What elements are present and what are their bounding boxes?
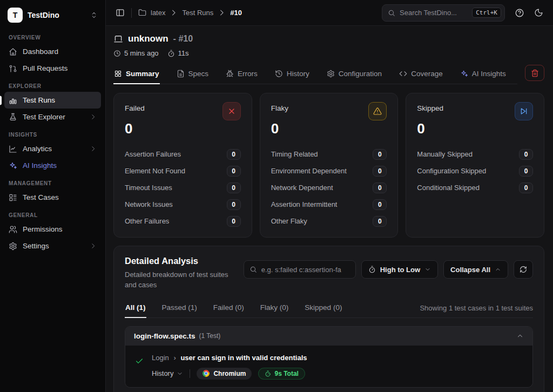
filter-tab-failed[interactable]: Failed (0) <box>213 299 245 318</box>
grid-icon <box>114 70 122 78</box>
app-logo: T <box>8 8 23 23</box>
global-search[interactable]: Ctrl+K <box>382 4 505 22</box>
run-duration: 11s <box>167 49 189 57</box>
delete-run-button[interactable] <box>525 65 544 81</box>
time-ago-text: 5 mins ago <box>124 49 159 57</box>
sidebar-toggle-button[interactable] <box>116 8 125 17</box>
chevron-right-icon <box>90 145 97 152</box>
detailed-analysis-title: Detailed Analysis <box>125 256 235 266</box>
history-dropdown[interactable]: History <box>152 369 183 377</box>
help-button[interactable] <box>515 8 524 18</box>
card-head: Flaky <box>271 102 387 120</box>
tab-ai-insights[interactable]: AI Insights <box>460 65 507 84</box>
timer-icon <box>167 50 175 57</box>
card-row: Other Flaky 0 <box>271 213 387 229</box>
row-label: Other Failures <box>125 217 169 225</box>
breadcrumb-project[interactable]: latex <box>151 9 165 17</box>
card-rows: Assertion Failures 0 Element Not Found 0… <box>125 146 241 229</box>
chevron-right-icon <box>90 113 97 120</box>
search-icon <box>388 9 395 17</box>
bug-icon <box>226 70 234 78</box>
sidebar-item-analytics[interactable]: Analytics <box>4 140 101 157</box>
filter-tab-passed[interactable]: Passed (1) <box>161 299 198 318</box>
section-label-insights: Insights <box>4 125 101 140</box>
duration-value: 9s Total <box>274 370 298 377</box>
row-value-badge: 0 <box>373 166 387 177</box>
row-value-badge: 0 <box>373 149 387 160</box>
tab-summary[interactable]: Summary <box>113 65 160 84</box>
breadcrumb-section[interactable]: Test Runs <box>182 9 213 17</box>
section-label-explorer: Explorer <box>4 77 101 92</box>
line-chart-icon <box>9 145 17 153</box>
meta-divider <box>190 369 190 378</box>
analysis-search[interactable] <box>244 260 356 279</box>
code-icon <box>399 70 407 78</box>
global-search-input[interactable] <box>400 9 468 17</box>
history-icon <box>275 70 283 78</box>
sparkles-icon <box>460 70 468 78</box>
duration-badge: 9s Total <box>258 368 305 380</box>
tab-label: Errors <box>238 70 258 78</box>
chromium-icon <box>203 370 210 377</box>
filter-tab-all[interactable]: All (1) <box>125 299 146 318</box>
tabs-row: Summary Specs Errors History <box>113 65 544 84</box>
tab-errors[interactable]: Errors <box>225 65 258 84</box>
analysis-search-input[interactable] <box>261 266 350 274</box>
test-row[interactable]: Login › user can sign in with valid cred… <box>125 346 532 387</box>
org-switcher[interactable]: T TestDino <box>4 5 101 28</box>
row-value-badge: 0 <box>519 183 533 193</box>
suite-header[interactable]: login-flow.spec.ts (1 Test) <box>125 327 532 346</box>
search-icon <box>249 266 257 273</box>
row-label: Other Flaky <box>271 217 307 225</box>
card-title: Skipped <box>417 102 443 112</box>
card-row: Other Failures 0 <box>125 213 241 229</box>
row-value-badge: 0 <box>227 166 241 177</box>
filter-tab-skipped[interactable]: Skipped (0) <box>304 299 342 318</box>
tab-label: History <box>287 70 309 78</box>
sidebar-item-ai-insights[interactable]: AI Insights <box>4 157 101 174</box>
sidebar-item-permissions[interactable]: Permissions <box>4 221 101 238</box>
row-label: Network Issues <box>125 200 173 208</box>
theme-toggle-button[interactable] <box>534 8 543 17</box>
row-label: Conditional Skipped <box>417 184 480 192</box>
sidebar-item-pull-requests[interactable]: Pull Requests <box>4 60 101 77</box>
summary-cards: Failed 0 Assertion Failures 0 Element No… <box>113 93 544 238</box>
tab-history[interactable]: History <box>274 65 310 84</box>
sidebar-item-settings[interactable]: Settings <box>4 238 101 254</box>
refresh-button[interactable] <box>514 260 533 279</box>
sort-dropdown[interactable]: High to Low <box>361 260 438 279</box>
sidebar-item-test-cases[interactable]: Test Cases <box>4 189 101 206</box>
skip-forward-icon <box>520 107 528 116</box>
browser-badge: Chromium <box>197 368 252 380</box>
tab-specs[interactable]: Specs <box>176 65 210 84</box>
row-label: Network Dependent <box>271 184 333 192</box>
sidebar-item-test-runs[interactable]: Test Runs <box>4 92 101 109</box>
chevron-up-icon <box>495 266 501 273</box>
moon-icon <box>534 8 543 17</box>
sort-label: High to Low <box>380 266 420 274</box>
test-row-content: Login › user can sign in with valid cred… <box>152 353 307 380</box>
sidebar-item-label: Dashboard <box>23 48 58 56</box>
run-title-row: unknown - #10 <box>113 33 544 44</box>
shortcut-badge: Ctrl+K <box>472 8 501 18</box>
timer-icon <box>368 266 376 273</box>
tab-configuration[interactable]: Configuration <box>326 65 382 84</box>
card-row: Configuration Skipped 0 <box>417 163 533 179</box>
laptop-icon <box>113 34 123 44</box>
card-title: Failed <box>125 102 145 112</box>
card-head: Skipped <box>417 102 533 120</box>
card-row: Assertion Intermittent 0 <box>271 196 387 213</box>
clock-icon <box>113 50 121 57</box>
run-tabs: Summary Specs Errors History <box>113 65 517 84</box>
card-rows: Manually Skipped 0 Configuration Skipped… <box>417 146 533 196</box>
tab-coverage[interactable]: Coverage <box>399 65 443 84</box>
row-value-badge: 0 <box>373 199 387 210</box>
collapse-all-button[interactable]: Collapse All <box>443 260 508 279</box>
filter-tab-flaky[interactable]: Flaky (0) <box>260 299 289 318</box>
tab-label: Specs <box>188 70 209 78</box>
sidebar-item-dashboard[interactable]: Dashboard <box>4 43 101 60</box>
row-label: Manually Skipped <box>417 150 473 158</box>
sidebar-item-test-explorer[interactable]: Test Explorer <box>4 109 101 125</box>
row-value-badge: 0 <box>519 149 533 160</box>
tab-label: Coverage <box>411 70 443 78</box>
